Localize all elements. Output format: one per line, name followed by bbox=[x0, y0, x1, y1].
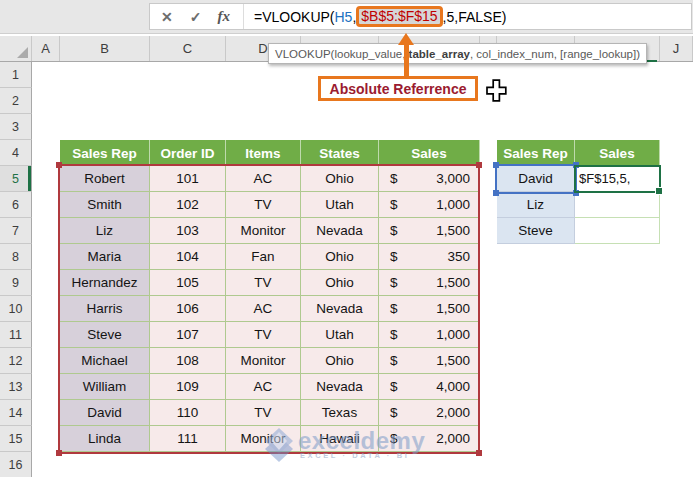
row-header-12[interactable]: 12 bbox=[0, 348, 32, 374]
main-table-cell[interactable]: Hernandez bbox=[60, 270, 150, 296]
main-table-cell[interactable]: Ohio bbox=[301, 270, 379, 296]
table-row: Harris106ACNevada$1,500 bbox=[60, 296, 480, 322]
lookup-table-cell-sales[interactable] bbox=[575, 218, 660, 244]
main-table-cell[interactable]: Michael bbox=[60, 348, 150, 374]
column-header-B[interactable]: B bbox=[60, 36, 150, 61]
main-table-cell[interactable]: Hawaii bbox=[301, 426, 379, 452]
row-header-1[interactable]: 1 bbox=[0, 62, 32, 88]
main-table-header-states[interactable]: States bbox=[301, 140, 379, 166]
main-table-cell[interactable]: Ohio bbox=[301, 244, 379, 270]
row-header-14[interactable]: 14 bbox=[0, 400, 32, 426]
row-header-11[interactable]: 11 bbox=[0, 322, 32, 348]
column-header-A[interactable]: A bbox=[32, 36, 60, 61]
select-all-corner[interactable] bbox=[0, 36, 32, 61]
main-table-cell[interactable]: 111 bbox=[150, 426, 226, 452]
main-table-cell[interactable]: David bbox=[60, 400, 150, 426]
row-header-15[interactable]: 15 bbox=[0, 426, 32, 452]
main-table-cell[interactable]: Steve bbox=[60, 322, 150, 348]
formula-range-highlight: $B$5:$F$15 bbox=[356, 6, 442, 27]
row-header-9[interactable]: 9 bbox=[0, 270, 32, 296]
main-table-cell[interactable]: Utah bbox=[301, 322, 379, 348]
main-table-cell[interactable]: Maria bbox=[60, 244, 150, 270]
main-table-cell[interactable]: Smith bbox=[60, 192, 150, 218]
main-table-cell[interactable]: Texas bbox=[301, 400, 379, 426]
main-table-cell[interactable]: Utah bbox=[301, 192, 379, 218]
row-header-7[interactable]: 7 bbox=[0, 218, 32, 244]
main-table-cell[interactable]: 110 bbox=[150, 400, 226, 426]
main-table-cell[interactable]: Ohio bbox=[301, 348, 379, 374]
row-header-8[interactable]: 8 bbox=[0, 244, 32, 270]
column-header-C[interactable]: C bbox=[150, 36, 226, 61]
row-header-5[interactable]: 5 bbox=[0, 166, 32, 192]
row-header-4[interactable]: 4 bbox=[0, 140, 32, 166]
lookup-table-cell-sales[interactable] bbox=[575, 192, 660, 218]
row-header-6[interactable]: 6 bbox=[0, 192, 32, 218]
main-table-cell[interactable]: Liz bbox=[60, 218, 150, 244]
currency-symbol: $ bbox=[390, 197, 398, 212]
main-table-cell[interactable]: AC bbox=[226, 374, 301, 400]
main-table-cell[interactable]: 105 bbox=[150, 270, 226, 296]
row-header-13[interactable]: 13 bbox=[0, 374, 32, 400]
main-table-cell[interactable]: TV bbox=[226, 270, 301, 296]
main-table-header-order-id[interactable]: Order ID bbox=[150, 140, 226, 166]
main-table-cell[interactable]: 101 bbox=[150, 166, 226, 192]
row-header-10[interactable]: 10 bbox=[0, 296, 32, 322]
row-header-2[interactable]: 2 bbox=[0, 88, 32, 114]
main-table-cell[interactable]: TV bbox=[226, 192, 301, 218]
main-table-cell[interactable]: AC bbox=[226, 166, 301, 192]
formula-lookup-ref: H5 bbox=[335, 9, 353, 25]
column-header-J[interactable]: J bbox=[660, 36, 693, 61]
main-table-cell[interactable]: Harris bbox=[60, 296, 150, 322]
lookup-table-header-sales[interactable]: Sales bbox=[575, 140, 660, 166]
main-table-cell-sales[interactable]: $1,500 bbox=[379, 296, 480, 322]
main-table-cell[interactable]: Nevada bbox=[301, 218, 379, 244]
main-table-cell[interactable]: Nevada bbox=[301, 296, 379, 322]
lookup-table-cell-rep[interactable]: Liz bbox=[497, 192, 575, 218]
main-table-cell[interactable]: Ohio bbox=[301, 166, 379, 192]
main-table-cell[interactable]: TV bbox=[226, 322, 301, 348]
lookup-table-cell-rep[interactable]: Steve bbox=[497, 218, 575, 244]
main-table-cell[interactable]: AC bbox=[226, 296, 301, 322]
main-table-cell-sales[interactable]: $1,500 bbox=[379, 270, 480, 296]
sales-amount: 1,500 bbox=[436, 275, 470, 290]
formula-text[interactable]: =VLOOKUP(H5,$B$5:$F$15,5,FALSE) bbox=[254, 6, 506, 27]
main-table-cell[interactable]: 107 bbox=[150, 322, 226, 348]
main-table-cell[interactable]: Linda bbox=[60, 426, 150, 452]
main-table-cell[interactable]: 106 bbox=[150, 296, 226, 322]
row-header-16[interactable]: 16 bbox=[0, 452, 32, 477]
main-table-cell-sales[interactable]: $1,500 bbox=[379, 348, 480, 374]
cancel-icon[interactable]: ✕ bbox=[161, 9, 173, 25]
main-table-cell-sales[interactable]: $1,000 bbox=[379, 192, 480, 218]
main-table-header-items[interactable]: Items bbox=[226, 140, 301, 166]
main-table-cell-sales[interactable]: $3,000 bbox=[379, 166, 480, 192]
main-table-cell-sales[interactable]: $350 bbox=[379, 244, 480, 270]
main-table-cell[interactable]: Monitor bbox=[226, 426, 301, 452]
main-table-cell-sales[interactable]: $1,500 bbox=[379, 218, 480, 244]
row-header-3[interactable]: 3 bbox=[0, 114, 32, 140]
main-table-cell[interactable]: William bbox=[60, 374, 150, 400]
main-table-header-sales[interactable]: Sales bbox=[379, 140, 480, 166]
main-table-cell[interactable]: Nevada bbox=[301, 374, 379, 400]
main-table-cell[interactable]: Monitor bbox=[226, 218, 301, 244]
main-table-cell[interactable]: TV bbox=[226, 400, 301, 426]
main-table-cell[interactable]: 109 bbox=[150, 374, 226, 400]
main-table-cell[interactable]: Fan bbox=[226, 244, 301, 270]
formula-bar[interactable]: ✕ ✓ fx =VLOOKUP(H5,$B$5:$F$15,5,FALSE) bbox=[149, 3, 692, 30]
main-table-cell-sales[interactable]: $2,000 bbox=[379, 426, 480, 452]
main-table-cell-sales[interactable]: $1,000 bbox=[379, 322, 480, 348]
main-table-cell[interactable]: Monitor bbox=[226, 348, 301, 374]
main-table-cell[interactable]: 103 bbox=[150, 218, 226, 244]
lookup-table-cell-rep[interactable]: David bbox=[497, 166, 575, 192]
main-table-cell-sales[interactable]: $2,000 bbox=[379, 400, 480, 426]
lookup-table-header-sales-rep[interactable]: Sales Rep bbox=[497, 140, 575, 166]
main-table-cell[interactable]: 102 bbox=[150, 192, 226, 218]
main-table: Sales RepOrder IDItemsStatesSalesRobert1… bbox=[60, 140, 480, 452]
lookup-table-cell-sales-editing[interactable]: $F$15,5, bbox=[575, 166, 660, 192]
enter-icon[interactable]: ✓ bbox=[190, 9, 202, 25]
main-table-cell[interactable]: 108 bbox=[150, 348, 226, 374]
main-table-cell[interactable]: Robert bbox=[60, 166, 150, 192]
insert-function-icon[interactable]: fx bbox=[217, 8, 230, 25]
main-table-header-sales-rep[interactable]: Sales Rep bbox=[60, 140, 150, 166]
main-table-cell[interactable]: 104 bbox=[150, 244, 226, 270]
main-table-cell-sales[interactable]: $4,000 bbox=[379, 374, 480, 400]
